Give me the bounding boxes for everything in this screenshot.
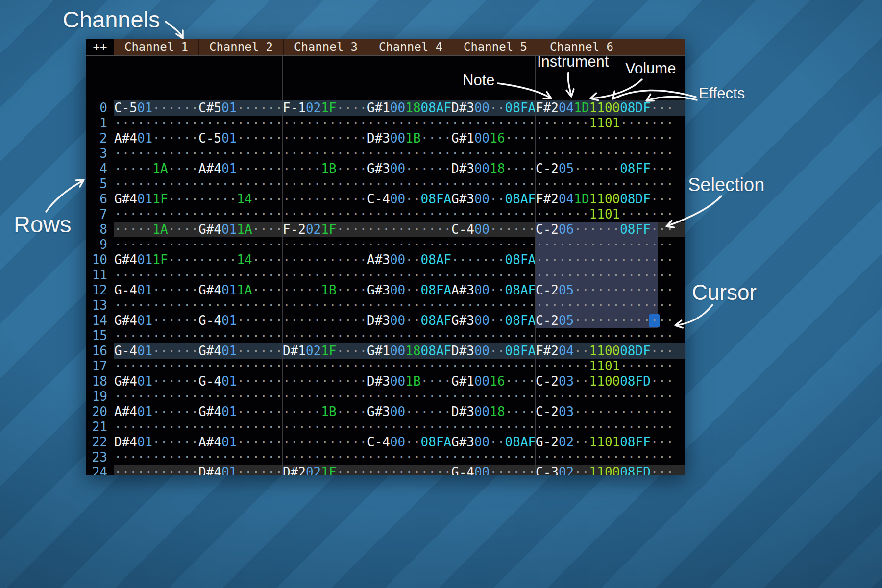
cell-ch3[interactable]: ··········· <box>282 131 367 146</box>
cell-ch6[interactable]: ·················· <box>535 237 685 252</box>
cell-ch2[interactable]: G#401······ <box>198 404 282 419</box>
cell-ch5[interactable]: G#10016···· <box>451 374 535 389</box>
cell-ch2[interactable]: ··········· <box>198 450 282 465</box>
cell-ch3[interactable]: ··········· <box>282 419 367 435</box>
cell-ch1[interactable]: ··········· <box>114 268 198 283</box>
cell-ch3[interactable]: F-2021F···· <box>282 222 367 237</box>
cell-ch4[interactable]: ··········· <box>367 419 451 435</box>
cell-ch5[interactable]: ··········· <box>451 116 535 131</box>
pattern-corner-button[interactable]: ++ <box>86 39 114 55</box>
channel-header-4[interactable]: Channel 4 <box>368 39 453 55</box>
cell-ch1[interactable]: G#401······ <box>114 313 198 328</box>
cell-ch1[interactable]: D#401······ <box>114 435 198 450</box>
cell-ch5[interactable]: G#300··08AF <box>451 435 535 450</box>
cell-ch2[interactable]: G#4011A···· <box>198 283 282 298</box>
cell-ch4[interactable]: G#300······ <box>367 161 451 176</box>
cell-ch5[interactable]: G#300··08FA <box>451 313 535 328</box>
cell-ch1[interactable]: G-401······ <box>114 343 198 359</box>
cell-ch6[interactable]: ·················· <box>535 176 685 192</box>
cell-ch1[interactable]: G#4011F···· <box>114 192 198 207</box>
cell-ch3[interactable]: ··········· <box>282 116 367 131</box>
channel-header-5[interactable]: Channel 5 <box>453 39 538 55</box>
cell-ch3[interactable]: ··········· <box>282 252 367 268</box>
cell-ch2[interactable]: ··········· <box>198 268 282 283</box>
cell-ch6[interactable]: ·······1101······· <box>535 207 685 222</box>
cell-ch1[interactable]: A#401······ <box>114 131 198 146</box>
cell-ch2[interactable]: ··········· <box>198 146 282 161</box>
cell-ch1[interactable]: A#401······ <box>114 404 198 419</box>
cell-ch6[interactable]: C-205············· <box>535 283 685 298</box>
cell-ch6[interactable]: ·················· <box>535 450 685 465</box>
cell-ch5[interactable]: ··········· <box>451 176 535 192</box>
cell-ch5[interactable]: ··········· <box>451 298 535 313</box>
cell-ch2[interactable]: C-501······ <box>198 131 282 146</box>
cell-ch2[interactable]: G#401······ <box>198 343 282 359</box>
cell-ch2[interactable]: ··········· <box>198 389 282 404</box>
cell-ch1[interactable]: ··········· <box>114 237 198 252</box>
cell-ch2[interactable]: ··········· <box>198 237 282 252</box>
cell-ch2[interactable]: ··········· <box>198 207 282 222</box>
cell-ch4[interactable]: ··········· <box>367 268 451 283</box>
cell-ch2[interactable]: ·····14···· <box>198 192 282 207</box>
cell-ch1[interactable]: ··········· <box>114 359 198 374</box>
cell-ch1[interactable]: ··········· <box>114 146 198 161</box>
cell-ch2[interactable]: A#401······ <box>198 161 282 176</box>
cell-ch1[interactable]: ··········· <box>114 298 198 313</box>
cell-ch6[interactable]: ·················· <box>535 298 685 313</box>
cell-ch4[interactable]: ··········· <box>367 176 451 192</box>
cell-ch6[interactable]: F#2041D110008DF··· <box>535 192 685 207</box>
cell-ch3[interactable]: ··········· <box>282 207 367 222</box>
cell-ch1[interactable]: G-401······ <box>114 283 198 298</box>
cell-ch3[interactable]: D#2021F···· <box>282 465 367 475</box>
cell-ch2[interactable]: ··········· <box>198 419 282 435</box>
channel-header-3[interactable]: Channel 3 <box>283 39 368 55</box>
cell-ch4[interactable]: D#3001B···· <box>367 374 451 389</box>
cell-ch4[interactable]: C-400··08FA <box>367 192 451 207</box>
cell-ch6[interactable]: C-302··110008FD··· <box>535 465 685 475</box>
cell-ch5[interactable]: D#300··08FA <box>451 343 535 359</box>
cell-ch4[interactable]: G#1001808AF <box>367 343 451 359</box>
cell-ch6[interactable]: G-202··110108FF··· <box>535 435 685 450</box>
cell-ch1[interactable]: ··········· <box>114 176 198 192</box>
cell-ch3[interactable]: ·····1B···· <box>282 283 367 298</box>
cell-ch1[interactable]: G#4011F···· <box>114 252 198 268</box>
cell-ch1[interactable]: ··········· <box>114 450 198 465</box>
cell-ch2[interactable]: C#501······ <box>198 100 282 116</box>
cell-ch6[interactable]: ·················· <box>535 131 685 146</box>
cell-ch4[interactable]: ··········· <box>367 237 451 252</box>
cell-ch1[interactable]: ·····1A···· <box>114 222 198 237</box>
cell-ch3[interactable]: ··········· <box>282 237 367 252</box>
cell-ch3[interactable]: ··········· <box>282 298 367 313</box>
cell-ch5[interactable]: ··········· <box>451 146 535 161</box>
cell-ch5[interactable]: D#30018···· <box>451 404 535 419</box>
cell-ch5[interactable]: ··········· <box>451 237 535 252</box>
channel-header-1[interactable]: Channel 1 <box>114 39 198 55</box>
cell-ch4[interactable]: ··········· <box>367 222 451 237</box>
cell-ch6[interactable]: C-205············· <box>535 313 685 328</box>
cell-ch3[interactable]: ··········· <box>282 374 367 389</box>
channel-header-2[interactable]: Channel 2 <box>198 39 283 55</box>
cell-ch3[interactable]: ··········· <box>282 389 367 404</box>
cell-ch3[interactable]: F-1021F···· <box>282 100 367 116</box>
cell-ch6[interactable]: ·················· <box>535 419 685 435</box>
cell-ch4[interactable]: ··········· <box>367 207 451 222</box>
cell-ch5[interactable]: ··········· <box>451 207 535 222</box>
cell-ch6[interactable]: C-205······08FF··· <box>535 161 685 176</box>
cell-ch3[interactable]: D#1021F···· <box>282 343 367 359</box>
cell-ch6[interactable]: ·················· <box>535 146 685 161</box>
cell-ch4[interactable]: ··········· <box>367 359 451 374</box>
cell-ch3[interactable]: ··········· <box>282 328 367 343</box>
cell-ch1[interactable]: ··········· <box>114 465 198 475</box>
cell-ch3[interactable]: ··········· <box>282 268 367 283</box>
cell-ch4[interactable]: G#1001808AF <box>367 100 451 116</box>
cell-ch1[interactable]: ··········· <box>114 116 198 131</box>
cell-ch6[interactable]: F#2041D110008DF··· <box>535 100 685 116</box>
cell-ch3[interactable]: ··········· <box>282 450 367 465</box>
cell-ch2[interactable]: ·····14···· <box>198 252 282 268</box>
cell-ch6[interactable]: ·················· <box>535 389 685 404</box>
cell-ch1[interactable]: C-501······ <box>114 100 198 116</box>
cell-ch4[interactable]: ··········· <box>367 298 451 313</box>
cell-ch5[interactable]: D#30018···· <box>451 161 535 176</box>
cell-ch3[interactable]: ··········· <box>282 359 367 374</box>
cell-ch2[interactable]: ··········· <box>198 176 282 192</box>
